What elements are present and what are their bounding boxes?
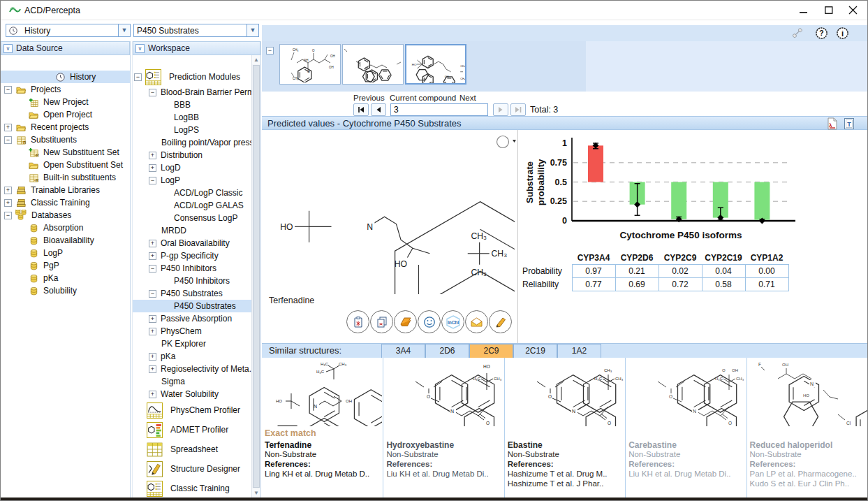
collapse-expander[interactable]: − <box>4 86 12 94</box>
tree-item-spreadsheet[interactable]: Spreadsheet <box>133 440 260 459</box>
tree-item-db-solubility[interactable]: Solubility <box>1 284 130 297</box>
expand-expander[interactable]: + <box>4 199 12 207</box>
tree-item-db-pgp[interactable]: PgP <box>1 259 130 272</box>
collapse-expander[interactable]: − <box>149 177 156 184</box>
tree-item-acd-logp-classic[interactable]: ACD/LogP Classic <box>133 187 260 199</box>
similar-card-hydroxyebastine[interactable]: O N O H₃CCH₃ HO Hydroxyebastine Non-Subs… <box>383 358 503 498</box>
tree-item-recent-projects[interactable]: +Recent projects <box>1 121 130 133</box>
expand-expander[interactable]: + <box>149 164 156 172</box>
export-pdf-icon[interactable] <box>827 117 838 130</box>
close-button[interactable] <box>842 5 863 16</box>
next-compound-button[interactable] <box>493 103 508 116</box>
edit-structure-button[interactable] <box>489 310 512 333</box>
collapse-expander[interactable]: − <box>149 290 156 298</box>
maximize-button[interactable] <box>818 5 839 16</box>
tree-item-new-project[interactable]: New Project <box>1 96 130 108</box>
tree-item-builtin-substituents[interactable]: Built-in substituents <box>1 171 130 184</box>
tree-item-sigma[interactable]: Sigma <box>133 375 260 388</box>
tree-item-db-absorption[interactable]: Absorption <box>1 222 130 234</box>
collapse-expander[interactable]: − <box>4 212 12 219</box>
workspace-scrollbar[interactable]: ▲ ▼ <box>251 55 260 498</box>
expand-expander[interactable]: + <box>149 365 156 373</box>
expand-expander[interactable]: + <box>149 391 156 398</box>
similar-card-reduced-haloperidol[interactable]: F OH N HO Cl Reduced haloperidol Non-S <box>746 358 867 498</box>
tree-item-p450-substrates[interactable]: −P450 Substrates <box>133 287 260 300</box>
tab-2c19[interactable]: 2C19 <box>513 344 557 358</box>
expand-expander[interactable]: + <box>4 187 12 194</box>
expand-expander[interactable]: + <box>4 124 12 131</box>
tree-item-logd[interactable]: +LogD <box>133 161 260 174</box>
send-report-button[interactable] <box>465 310 488 333</box>
tree-item-db-logp[interactable]: LogP <box>1 247 130 259</box>
tree-item-mrdd[interactable]: MRDD <box>133 224 260 237</box>
tree-item-pka[interactable]: +pKa <box>133 350 260 363</box>
tree-item-classic-training[interactable]: +Classic Training <box>1 196 130 209</box>
similar-card-carebastine[interactable]: O N O H₃CCH₃ OOH Carebastine Non-Substra… <box>625 358 746 498</box>
tree-item-db-pka[interactable]: pKa <box>1 272 130 284</box>
inchi-button[interactable]: InChI <box>441 310 464 333</box>
tree-item-history[interactable]: History <box>1 71 130 83</box>
tree-item-p450-inhibitors-child[interactable]: P450 Inhibitors <box>133 275 260 287</box>
tab-2d6[interactable]: 2D6 <box>425 344 469 358</box>
tree-item-prediction-modules[interactable]: −Prediction Modules <box>133 68 260 86</box>
tree-item-p450-substrates-child[interactable]: P450 Substrates <box>133 300 260 312</box>
tree-item-logbb[interactable]: LogBB <box>133 111 260 124</box>
tree-item-projects[interactable]: −Projects <box>1 83 130 96</box>
previous-compound-button[interactable] <box>371 103 386 116</box>
collapse-expander[interactable]: − <box>134 73 142 81</box>
compound-thumbnail-3-selected[interactable]: HO CH₃CH₃ OH <box>405 44 466 85</box>
tree-item-logps[interactable]: LogPS <box>133 124 260 136</box>
tree-item-oral-bioavailability[interactable]: +Oral Bioavailability <box>133 237 260 249</box>
scrollbar-thumb[interactable] <box>253 65 260 488</box>
compound-thumbnail-2[interactable] <box>342 44 404 85</box>
similar-card-terfenadine[interactable]: H₃CCH₃H₃C N OH HO Exact match Terfena <box>262 358 383 498</box>
expand-expander[interactable]: + <box>149 315 156 323</box>
tree-item-classic-training-ws[interactable]: Classic Training <box>133 479 260 498</box>
expand-expander[interactable]: + <box>149 240 156 247</box>
tab-1a2[interactable]: 1A2 <box>557 344 601 358</box>
tree-item-open-substituent-set[interactable]: Open Substituent Set <box>1 159 130 171</box>
tree-item-water-solubility[interactable]: +Water Solubility <box>133 388 260 400</box>
similar-card-ebastine[interactable]: O N O H₃CCH₃ CH₃ Ebastine Non-Substrate … <box>504 358 625 498</box>
tree-item-physchem-profiler[interactable]: PhysChem Profiler <box>133 400 260 420</box>
expand-expander[interactable]: + <box>149 328 156 335</box>
expand-expander[interactable]: + <box>149 353 156 361</box>
tree-item-p450-inhibitors[interactable]: −P450 Inhibitors <box>133 262 260 275</box>
tree-item-pgp-specificity[interactable]: +P-gp Specificity <box>133 249 260 262</box>
current-compound-input[interactable] <box>390 103 488 116</box>
tab-2c9[interactable]: 2C9 <box>469 344 513 358</box>
tree-item-boiling-point[interactable]: Boiling point/Vapor press... <box>133 136 260 149</box>
collapse-chevron-icon[interactable]: ∨ <box>3 44 13 53</box>
tree-item-passive-absorption[interactable]: +Passive Absorption <box>133 312 260 325</box>
tree-item-db-bioavailability[interactable]: Bioavailability <box>1 234 130 247</box>
tree-item-bbb-perm[interactable]: −Blood-Brain Barrier Perm... <box>133 86 260 99</box>
minimize-button[interactable] <box>793 5 814 16</box>
data-source-dropdown[interactable]: History ▼ <box>6 24 131 37</box>
collapse-expander[interactable]: − <box>149 265 156 273</box>
collapse-expander[interactable]: − <box>149 89 156 96</box>
tree-item-regioselectivity[interactable]: +Regioselectivity of Meta... <box>133 363 260 375</box>
expand-expander[interactable]: + <box>149 252 156 260</box>
help-icon[interactable] <box>815 27 828 40</box>
tree-item-databases[interactable]: −Databases <box>1 209 130 222</box>
collapse-expander[interactable]: − <box>4 136 12 144</box>
collapse-chevron-icon[interactable]: ∨ <box>135 44 145 53</box>
tree-item-bbb[interactable]: BBB <box>133 99 260 111</box>
tab-3a4[interactable]: 3A4 <box>381 344 425 358</box>
tree-item-distribution[interactable]: +Distribution <box>133 149 260 161</box>
copy-structures-button[interactable] <box>370 310 393 333</box>
tree-item-open-project[interactable]: Open Project <box>1 108 130 121</box>
module-dropdown[interactable]: P450 Substrates ▼ <box>133 24 259 37</box>
scroll-down-icon[interactable]: ▼ <box>252 488 260 498</box>
compound-thumbnail-1[interactable]: CH₃ CH₃ NH O O OH OH <box>279 44 341 85</box>
tree-item-substituents[interactable]: −Substituents <box>1 133 130 146</box>
tree-item-pk-explorer[interactable]: PK Explorer <box>133 337 260 350</box>
scroll-up-icon[interactable]: ▲ <box>252 55 260 64</box>
expand-expander[interactable]: + <box>149 152 156 159</box>
tree-item-structure-designer[interactable]: Structure Designer <box>133 459 260 479</box>
last-compound-button[interactable] <box>510 103 526 116</box>
tree-item-logp[interactable]: −LogP <box>133 174 260 187</box>
collapse-strip-button[interactable]: − <box>266 47 274 55</box>
tree-item-acd-logp-galas[interactable]: ACD/LogP GALAS <box>133 199 260 212</box>
copy-structure-button[interactable] <box>346 310 369 333</box>
